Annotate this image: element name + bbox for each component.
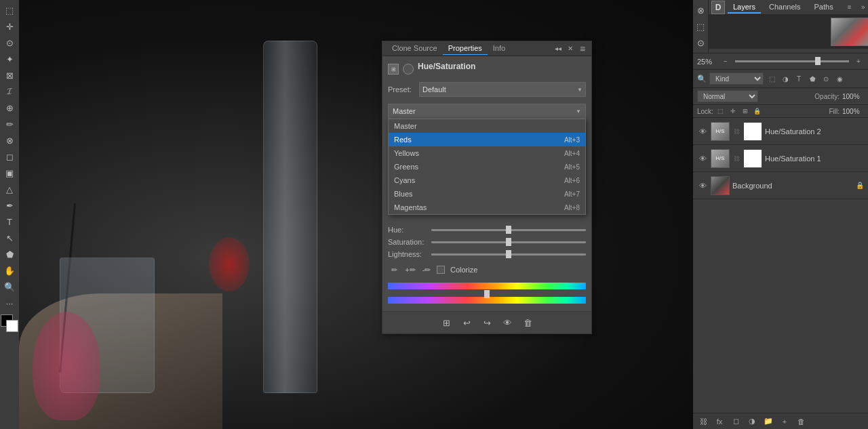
tool-blur[interactable]: △ — [2, 182, 17, 197]
zoom-thumb[interactable] — [815, 57, 821, 65]
layer-item-hue-sat-1[interactable]: 👁 H/S ⛓ Hue/Saturation 1 — [693, 145, 868, 172]
left-toolbar: ⬚ ✛ ⊙ ✦ ⊠ 𝓘 ⊕ ✏ ⊗ ◻ ▣ △ ✒ T ↖ ⬟ ✋ 🔍 ··· — [0, 0, 19, 429]
lock-position-btn[interactable]: ✛ — [728, 106, 738, 116]
lock-pixels-btn[interactable]: ⬚ — [716, 106, 726, 116]
tool-healing[interactable]: ⊕ — [2, 100, 17, 115]
paths-tab[interactable]: Paths — [809, 1, 839, 14]
opacity-value[interactable]: 100% — [842, 93, 864, 100]
d-icon-row: D Layers Channels Paths ≡ » — [709, 0, 868, 15]
tool-brush[interactable]: ✏ — [2, 117, 17, 131]
hue-slider-track[interactable] — [431, 229, 586, 231]
zoom-slider[interactable] — [735, 60, 849, 62]
filter-shape-btn[interactable]: ⬟ — [807, 73, 818, 84]
channel-option-greens[interactable]: Greens Alt+5 — [389, 160, 585, 173]
layer-mask-hue-sat-1[interactable] — [743, 149, 762, 168]
saturation-slider-track[interactable] — [431, 241, 586, 243]
channel-option-blues[interactable]: Blues Alt+7 — [389, 187, 585, 201]
layers-expand-btn[interactable]: » — [858, 2, 868, 13]
filter-adj-btn[interactable]: ◑ — [780, 73, 791, 84]
tool-text[interactable]: T — [2, 214, 17, 229]
layer-chain-hue-sat-1[interactable]: ⛓ — [732, 149, 741, 168]
delete-adjustment-btn[interactable]: 🗑 — [521, 316, 534, 329]
kind-select[interactable]: Kind — [709, 73, 764, 85]
sample-tool-1[interactable]: ✏ — [388, 264, 400, 276]
panel-menu-btn[interactable]: ≡ — [578, 44, 587, 54]
next-state-btn[interactable]: ↪ — [480, 316, 494, 329]
layer-thumb-hue-sat-1: H/S — [711, 149, 730, 168]
background-color[interactable] — [6, 320, 18, 332]
fill-value[interactable]: 100% — [842, 108, 864, 115]
sample-tool-3[interactable]: -✏ — [420, 264, 433, 276]
layer-visibility-background[interactable]: 👁 — [697, 180, 708, 191]
channel-dropdown-btn[interactable]: Master ▼ — [388, 104, 586, 119]
layer-chain-hue-sat-2[interactable]: ⛓ — [732, 122, 741, 141]
colorize-checkbox[interactable] — [437, 266, 445, 274]
tool-marquee[interactable]: ⬚ — [2, 3, 17, 18]
tool-eraser[interactable]: ◻ — [2, 149, 17, 164]
tool-secondary-1[interactable]: ⊗ — [693, 3, 708, 18]
zoom-max-icon[interactable]: + — [853, 56, 864, 67]
tool-lasso[interactable]: ⊙ — [2, 35, 17, 50]
tab-properties[interactable]: Properties — [443, 42, 488, 55]
d-icon[interactable]: D — [711, 1, 725, 14]
layer-visibility-hue-sat-1[interactable]: 👁 — [697, 153, 708, 164]
zoom-min-icon[interactable]: − — [720, 56, 731, 67]
layer-mask-hue-sat-2[interactable] — [743, 122, 762, 141]
tool-pen[interactable]: ✒ — [2, 198, 17, 213]
layer-visibility-hue-sat-2[interactable]: 👁 — [697, 126, 708, 137]
tab-info[interactable]: Info — [488, 42, 511, 55]
new-layer-btn[interactable]: + — [778, 415, 791, 428]
filter-pixel-btn[interactable]: ⬚ — [766, 73, 777, 84]
panel-pin-btn[interactable]: ◂◂ — [553, 44, 563, 54]
layers-tab-main[interactable]: Layers — [728, 1, 761, 14]
tool-shape[interactable]: ⬟ — [2, 247, 17, 262]
tool-hand[interactable]: ✋ — [2, 263, 17, 278]
hue-slider-thumb[interactable] — [506, 226, 511, 234]
channel-option-yellows[interactable]: Yellows Alt+4 — [389, 146, 585, 160]
lock-artboards-btn[interactable]: ⊞ — [741, 106, 750, 116]
tool-more[interactable]: ··· — [2, 295, 17, 310]
channel-option-master[interactable]: Master — [389, 119, 585, 133]
tool-zoom[interactable]: 🔍 — [2, 279, 17, 294]
new-group-btn[interactable]: 📁 — [762, 415, 774, 428]
lightness-slider-track[interactable] — [431, 253, 586, 256]
tool-eyedropper[interactable]: 𝓘 — [2, 84, 17, 99]
layers-panel-menu[interactable]: ≡ — [844, 2, 855, 13]
channel-cyans-label: Cyans — [394, 176, 415, 184]
add-mask-btn[interactable]: ◻ — [730, 415, 742, 428]
filter-smart-btn[interactable]: ⊙ — [821, 73, 831, 84]
clip-btn[interactable]: ⊞ — [439, 316, 453, 329]
channel-option-magentas[interactable]: Magentas Alt+8 — [389, 201, 585, 214]
lightness-slider-thumb[interactable] — [506, 250, 511, 258]
tool-secondary-2[interactable]: ⬚ — [693, 19, 708, 34]
channel-reds-shortcut: Alt+3 — [564, 136, 580, 144]
channels-tab[interactable]: Channels — [764, 1, 806, 14]
panel-close-btn[interactable]: ✕ — [566, 44, 575, 54]
layer-item-background[interactable]: 👁 Background 🔒 — [693, 172, 868, 199]
tool-secondary-3[interactable]: ⊙ — [693, 35, 708, 50]
tool-crop[interactable]: ⊠ — [2, 68, 17, 83]
tool-gradient[interactable]: ▣ — [2, 165, 17, 180]
delete-layer-btn[interactable]: 🗑 — [795, 415, 807, 428]
color-bar-thumb[interactable] — [484, 290, 490, 298]
blend-mode-select[interactable]: Normal — [697, 90, 758, 102]
visibility-btn[interactable]: 👁 — [500, 316, 514, 329]
link-layers-btn[interactable]: ⛓ — [697, 415, 709, 428]
new-adjustment-btn[interactable]: ◑ — [746, 415, 758, 428]
tab-clone-source[interactable]: Clone Source — [387, 42, 443, 55]
tool-wand[interactable]: ✦ — [2, 52, 17, 66]
channel-option-cyans[interactable]: Cyans Alt+6 — [389, 173, 585, 187]
tool-clone[interactable]: ⊗ — [2, 133, 17, 148]
tool-move[interactable]: ✛ — [2, 19, 17, 34]
tool-path[interactable]: ↖ — [2, 230, 17, 245]
fx-btn[interactable]: fx — [713, 415, 726, 428]
filter-text-btn[interactable]: T — [793, 73, 804, 84]
filter-toggle-btn[interactable]: ◉ — [834, 73, 845, 84]
channel-option-reds[interactable]: Reds Alt+3 — [389, 133, 585, 146]
prev-state-btn[interactable]: ↩ — [460, 316, 473, 329]
lock-all-btn[interactable]: 🔒 — [753, 106, 762, 116]
layer-item-hue-sat-2[interactable]: 👁 H/S ⛓ Hue/Saturation 2 — [693, 118, 868, 145]
sample-tool-2[interactable]: +✏ — [404, 264, 416, 276]
saturation-slider-thumb[interactable] — [506, 238, 511, 246]
preset-select[interactable]: Default ▼ — [419, 82, 586, 97]
